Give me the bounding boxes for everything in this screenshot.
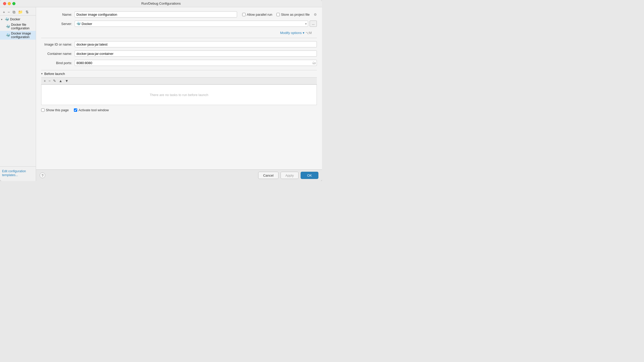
apply-button[interactable]: Apply [281, 172, 299, 179]
image-id-label: Image ID or name: [41, 42, 75, 46]
ok-button[interactable]: OK [301, 172, 318, 179]
allow-parallel-label[interactable]: Allow parallel run [242, 13, 272, 16]
bind-ports-row: Bind ports: 🗂 [41, 60, 317, 66]
name-label: Name: [41, 13, 75, 16]
docker-group-icon: 🐳 [5, 17, 9, 21]
gear-icon[interactable]: ⚙ [314, 13, 317, 16]
sidebar-item-docker-image[interactable]: 🐳 Docker image configuration [0, 31, 36, 40]
activate-window-checkbox[interactable] [74, 108, 77, 112]
sidebar-item-label-docker-image: Docker image configuration [11, 32, 34, 39]
container-name-row: Container name: [41, 50, 317, 57]
image-id-row: Image ID or name: [41, 41, 317, 47]
docker-image-icon: 🐳 [6, 33, 10, 37]
before-launch-section: ▾ Before launch + − ✎ ▲ ▼ There are no t… [41, 70, 317, 105]
main-content: + − ⧉ 📁 ⇅ ▾ 🐳 Docker 🐳 Docker file confi… [0, 7, 322, 181]
remove-config-button[interactable]: − [7, 10, 11, 14]
edit-templates-link[interactable]: Edit configuration templates... [2, 169, 26, 177]
allow-parallel-checkbox[interactable] [242, 13, 246, 16]
bind-ports-wrapper: 🗂 [75, 60, 317, 66]
add-config-button[interactable]: + [2, 10, 6, 14]
server-select-wrapper: 🐳 Docker ▾ [75, 21, 308, 27]
maximize-button[interactable] [12, 2, 15, 5]
before-launch-chevron-icon[interactable]: ▾ [41, 72, 43, 75]
show-page-label[interactable]: Show this page [41, 108, 69, 112]
sidebar-item-docker-file[interactable]: 🐳 Docker file configuration [0, 22, 36, 31]
sort-config-button[interactable]: ⇅ [25, 10, 30, 14]
dropdown-arrow-icon: ▾ [303, 31, 304, 35]
sidebar-item-label-docker-file: Docker file configuration [11, 23, 34, 30]
minimize-button[interactable] [8, 2, 11, 5]
cancel-button[interactable]: Cancel [258, 172, 278, 179]
bind-ports-input[interactable] [75, 60, 317, 66]
before-launch-content: There are no tasks to run before launch [41, 84, 317, 105]
before-launch-edit-button[interactable]: ✎ [53, 79, 57, 83]
folder-config-button[interactable]: 📁 [17, 10, 24, 14]
bind-ports-label: Bind ports: [41, 61, 75, 65]
copy-config-button[interactable]: ⧉ [12, 10, 16, 14]
modify-options-link[interactable]: Modify options [280, 31, 302, 35]
config-panel: Name: Allow parallel run Store as projec… [36, 7, 322, 169]
bottom-checkboxes: Show this page Activate tool window [41, 105, 317, 115]
server-select[interactable]: Docker [75, 21, 308, 27]
image-id-input[interactable] [75, 41, 317, 47]
traffic-lights [3, 2, 15, 5]
no-tasks-text: There are no tasks to run before launch [150, 93, 208, 97]
show-page-checkbox[interactable] [41, 108, 45, 112]
window-title: Run/Debug Configurations [141, 2, 181, 5]
before-launch-title: Before launch [44, 72, 65, 76]
container-name-label: Container name: [41, 52, 75, 56]
footer-left: ? [40, 173, 45, 178]
activate-window-label[interactable]: Activate tool window [74, 108, 109, 112]
store-project-label[interactable]: Store as project file [276, 13, 310, 16]
sidebar-item-docker-group[interactable]: ▾ 🐳 Docker [0, 16, 36, 22]
before-launch-down-button[interactable]: ▼ [64, 79, 69, 83]
help-button[interactable]: ? [40, 173, 45, 178]
main-window: Run/Debug Configurations + − ⧉ 📁 ⇅ ▾ 🐳 D… [0, 0, 322, 181]
sidebar: + − ⧉ 📁 ⇅ ▾ 🐳 Docker 🐳 Docker file confi… [0, 7, 36, 181]
modify-options-shortcut: ⌥M [306, 31, 312, 35]
sidebar-footer: Edit configuration templates... [0, 166, 36, 179]
server-browse-button[interactable]: ... [310, 21, 317, 27]
name-row: Name: Allow parallel run Store as projec… [41, 11, 317, 18]
footer-right: Cancel Apply OK [258, 172, 318, 179]
store-project-checkbox[interactable] [276, 13, 280, 16]
container-name-input[interactable] [75, 50, 317, 57]
before-launch-add-button[interactable]: + [43, 79, 46, 83]
server-row: Server: 🐳 Docker ▾ ... [41, 21, 317, 27]
chevron-down-icon: ▾ [1, 18, 4, 21]
footer: ? Cancel Apply OK [36, 169, 322, 181]
bind-ports-folder-button[interactable]: 🗂 [312, 61, 316, 65]
server-label: Server: [41, 22, 75, 26]
content-area: Name: Allow parallel run Store as projec… [36, 7, 322, 181]
name-input[interactable] [75, 11, 237, 18]
section-divider [41, 38, 317, 38]
close-button[interactable] [3, 2, 6, 5]
title-bar: Run/Debug Configurations [0, 0, 322, 7]
sidebar-item-label-docker: Docker [10, 18, 20, 21]
before-launch-header: ▾ Before launch [41, 70, 317, 77]
before-launch-remove-button[interactable]: − [48, 79, 51, 83]
modify-options-bar: Modify options ▾ ⌥M [41, 30, 317, 37]
top-options: Allow parallel run Store as project file… [242, 13, 317, 16]
before-launch-toolbar: + − ✎ ▲ ▼ [41, 77, 317, 84]
sidebar-toolbar: + − ⧉ 📁 ⇅ [0, 9, 36, 15]
before-launch-up-button[interactable]: ▲ [58, 79, 63, 83]
docker-file-icon: 🐳 [6, 24, 10, 29]
